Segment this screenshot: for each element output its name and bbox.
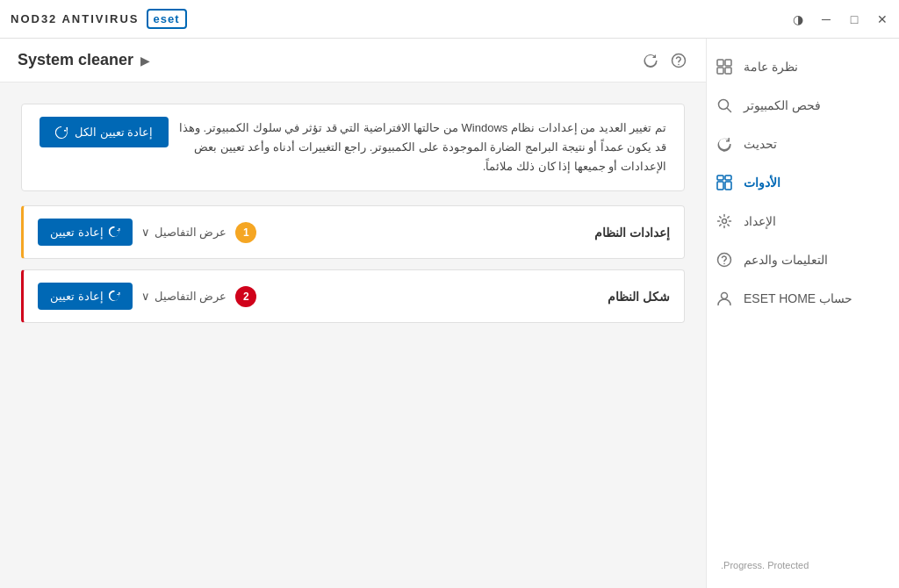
app-logo: eset NOD32 ANTIVIRUS bbox=[11, 9, 187, 29]
svg-point-4 bbox=[719, 100, 729, 110]
chevron-down-icon-1: ∨ bbox=[141, 226, 150, 239]
titlebar: ✕ □ ─ ◑ eset NOD32 ANTIVIRUS bbox=[0, 0, 899, 39]
system-appearance-title: شكل النظام bbox=[608, 290, 670, 304]
sidebar-item-tools[interactable]: الأدوات bbox=[707, 163, 899, 202]
reset-system-settings-button[interactable]: إعادة تعيين bbox=[38, 219, 133, 246]
help-nav-icon bbox=[716, 251, 733, 269]
refresh-button[interactable] bbox=[641, 51, 660, 70]
settings-icon bbox=[716, 212, 733, 230]
topbar-left bbox=[641, 51, 688, 70]
main-layout: نظرة عامة فحص الكمبيوتر تحديث bbox=[0, 39, 899, 588]
reset-system-appearance-button[interactable]: إعادة تعيين bbox=[38, 283, 133, 310]
system-appearance-row: شكل النظام إعادة تعيين عرض التفاصيل ∨ bbox=[24, 270, 684, 322]
sidebar-label-overview: نظرة عامة bbox=[744, 60, 798, 74]
page-title: System cleaner bbox=[18, 51, 133, 69]
scan-icon bbox=[716, 97, 733, 114]
sidebar-item-scan[interactable]: فحص الكمبيوتر bbox=[707, 86, 899, 125]
sidebar-label-tools: الأدوات bbox=[744, 176, 780, 190]
sidebar-footer: Progress. Protected. bbox=[707, 551, 899, 579]
system-appearance-right: شكل النظام bbox=[608, 290, 670, 304]
help-button[interactable] bbox=[669, 51, 688, 70]
sidebar-label-scan: فحص الكمبيوتر bbox=[744, 98, 821, 112]
content-area: System cleaner ▶ إعادة تعيين الكل تم تغي… bbox=[0, 39, 706, 588]
maximize-button[interactable]: □ bbox=[848, 13, 860, 25]
svg-rect-2 bbox=[717, 68, 723, 74]
show-details-label-1: عرض التفاصيل bbox=[155, 226, 227, 239]
tools-icon bbox=[716, 174, 733, 191]
show-details-button-1[interactable]: عرض التفاصيل ∨ bbox=[141, 226, 227, 239]
svg-point-15 bbox=[678, 63, 680, 65]
reset-label-1: إعادة تعيين bbox=[50, 226, 104, 239]
sidebar: نظرة عامة فحص الكمبيوتر تحديث bbox=[706, 39, 899, 588]
svg-line-5 bbox=[728, 109, 731, 112]
description-box: إعادة تعيين الكل تم تغيير العديد من إعدا… bbox=[21, 104, 685, 191]
sidebar-item-overview[interactable]: نظرة عامة bbox=[707, 47, 899, 86]
chevron-down-icon-2: ∨ bbox=[141, 290, 150, 303]
topbar: System cleaner ▶ bbox=[0, 39, 706, 82]
svg-rect-1 bbox=[725, 60, 731, 66]
system-settings-title: إعدادات النظام bbox=[594, 226, 670, 240]
contrast-button[interactable]: ◑ bbox=[792, 13, 804, 25]
system-settings-row: إعدادات النظام إعادة تعيين عرض التفاصيل … bbox=[24, 206, 684, 258]
minimize-button[interactable]: ─ bbox=[820, 13, 832, 25]
svg-rect-8 bbox=[717, 182, 723, 190]
topbar-breadcrumb: System cleaner ▶ bbox=[18, 51, 150, 69]
svg-rect-0 bbox=[717, 60, 723, 66]
close-button[interactable]: ✕ bbox=[876, 13, 888, 25]
badge-system-settings: 1 bbox=[235, 222, 256, 243]
svg-rect-3 bbox=[725, 68, 731, 74]
sidebar-label-help: التعليمات والدعم bbox=[744, 253, 828, 267]
eset-logo-badge: eset bbox=[147, 9, 187, 29]
sidebar-item-update[interactable]: تحديث bbox=[707, 125, 899, 163]
svg-point-13 bbox=[722, 293, 728, 299]
account-icon bbox=[716, 290, 733, 307]
system-appearance-left: إعادة تعيين عرض التفاصيل ∨ 2 bbox=[38, 283, 256, 310]
svg-rect-7 bbox=[725, 176, 731, 180]
window-controls: ✕ □ ─ ◑ bbox=[792, 13, 888, 25]
sidebar-label-update: تحديث bbox=[744, 137, 777, 151]
svg-rect-9 bbox=[725, 182, 731, 190]
badge-system-appearance: 2 bbox=[235, 286, 256, 307]
sidebar-label-account: حساب ESET HOME bbox=[744, 291, 852, 305]
system-settings-right: إعدادات النظام bbox=[594, 226, 670, 240]
overview-icon bbox=[716, 58, 733, 75]
sidebar-label-settings: الإعداد bbox=[744, 214, 776, 228]
reset-label-2: إعادة تعيين bbox=[50, 290, 104, 303]
sidebar-item-help[interactable]: التعليمات والدعم bbox=[707, 240, 899, 279]
show-details-label-2: عرض التفاصيل bbox=[155, 290, 227, 303]
app-name-label: NOD32 ANTIVIRUS bbox=[11, 12, 140, 25]
svg-point-10 bbox=[723, 219, 727, 224]
system-appearance-card: شكل النظام إعادة تعيين عرض التفاصيل ∨ bbox=[21, 269, 685, 323]
svg-point-12 bbox=[723, 263, 725, 265]
sidebar-item-account[interactable]: حساب ESET HOME bbox=[707, 279, 899, 318]
system-settings-card: إعدادات النظام إعادة تعيين عرض التفاصيل … bbox=[21, 205, 685, 259]
breadcrumb-arrow: ▶ bbox=[140, 54, 150, 68]
description-text: تم تغيير العديد من إعدادات نظام Windows … bbox=[169, 118, 666, 176]
sidebar-item-settings[interactable]: الإعداد bbox=[707, 202, 899, 240]
show-details-button-2[interactable]: عرض التفاصيل ∨ bbox=[141, 290, 227, 303]
content-body: إعادة تعيين الكل تم تغيير العديد من إعدا… bbox=[0, 82, 706, 588]
update-icon bbox=[716, 135, 733, 153]
svg-rect-6 bbox=[717, 176, 723, 180]
reset-all-label: إعادة تعيين الكل bbox=[75, 125, 153, 139]
reset-all-button[interactable]: إعادة تعيين الكل bbox=[40, 117, 169, 147]
system-settings-left: إعادة تعيين عرض التفاصيل ∨ 1 bbox=[38, 219, 256, 246]
